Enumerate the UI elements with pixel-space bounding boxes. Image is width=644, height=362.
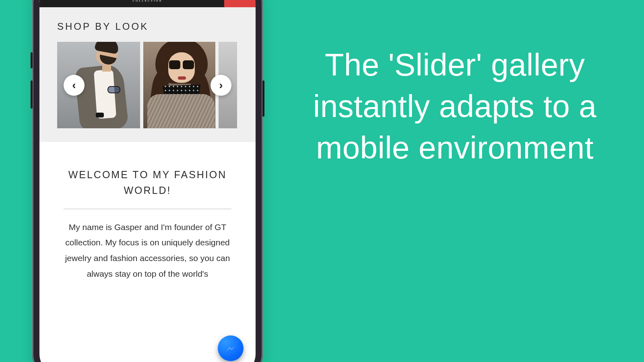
look-slider[interactable]: ‹ › <box>57 42 238 128</box>
section-title: SHOP BY LOOK <box>57 21 238 32</box>
menu-label[interactable]: MENU <box>68 0 98 0</box>
phone-screen: MENU GT COLLECTION <box>39 0 256 362</box>
cart-button[interactable]: 0 <box>224 0 256 7</box>
brand-sub: COLLECTION <box>133 0 163 2</box>
welcome-heading: WELCOME TO MY FASHION WORLD! <box>64 167 231 198</box>
slider-next-button[interactable]: › <box>211 75 231 96</box>
look-slide-2[interactable] <box>143 42 215 128</box>
welcome-body: My name is Gasper and I'm founder of GT … <box>64 220 231 282</box>
promo-slide: The 'Slider' gallery instantly adapts to… <box>0 0 644 362</box>
phone-frame: MENU GT COLLECTION <box>32 0 263 362</box>
messenger-button[interactable] <box>218 335 244 361</box>
power-button <box>262 80 264 117</box>
chevron-left-icon: ‹ <box>72 79 76 92</box>
slider-prev-button[interactable]: ‹ <box>64 75 85 96</box>
chevron-right-icon: › <box>219 79 223 92</box>
volume-up-button <box>31 52 33 68</box>
divider <box>64 209 231 209</box>
search-button[interactable] <box>199 0 219 7</box>
app-header: MENU GT COLLECTION <box>39 0 256 7</box>
promo-headline: The 'Slider' gallery instantly adapts to… <box>306 44 604 169</box>
search-icon <box>204 0 215 0</box>
brand-logo[interactable]: GT COLLECTION <box>133 0 163 2</box>
welcome-section: WELCOME TO MY FASHION WORLD! My name is … <box>39 142 256 282</box>
model-image-2 <box>143 42 215 128</box>
volume-down-button <box>31 80 33 109</box>
messenger-icon <box>223 341 238 356</box>
shop-by-look-section: SHOP BY LOOK <box>39 7 256 142</box>
